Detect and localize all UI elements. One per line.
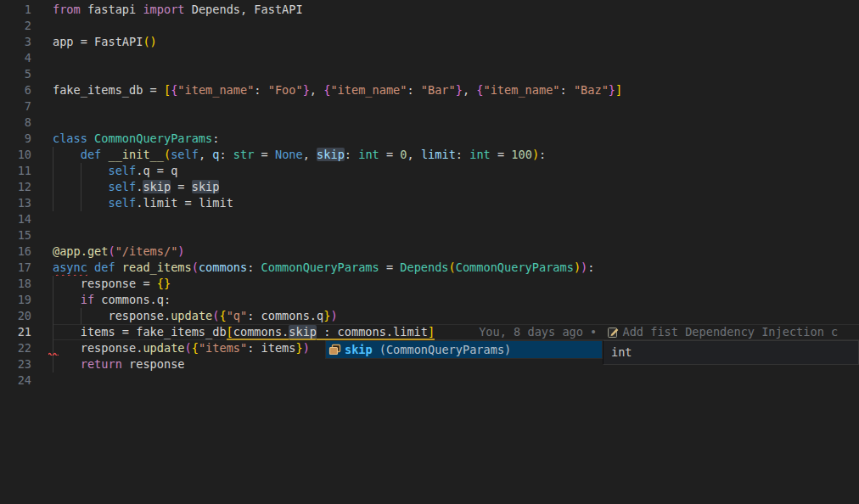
line-number[interactable]: 15 [0, 227, 31, 244]
code-token[interactable]: skip [289, 325, 317, 340]
line-number[interactable]: 10 [0, 147, 31, 163]
code-content[interactable]: self.skip = skip [53, 179, 859, 195]
code-token[interactable]: 100 [511, 148, 532, 161]
code-token[interactable]: : [219, 148, 233, 161]
code-token[interactable]: self [171, 148, 199, 161]
code-token[interactable]: ) [303, 341, 310, 355]
code-content[interactable] [53, 98, 859, 115]
line-number[interactable]: 22 [0, 340, 31, 356]
code-token[interactable]: ) [574, 260, 581, 274]
code-token[interactable]: } [303, 83, 310, 97]
line-number[interactable]: 20 [0, 308, 31, 324]
code-token[interactable]: "Foo" [268, 83, 303, 97]
code-content[interactable]: items = fake_items_db[commons.skip : com… [53, 324, 859, 340]
code-content[interactable]: fake_items_db = [{"item_name": "Foo"}, {… [53, 82, 859, 98]
code-token[interactable] [115, 260, 122, 274]
code-token[interactable]: response. [53, 309, 171, 322]
line-number[interactable]: 11 [0, 163, 31, 179]
line-number[interactable]: 21 [0, 324, 31, 340]
code-token[interactable]: : [345, 148, 358, 161]
code-token[interactable]: "item_name" [483, 83, 559, 97]
code-token[interactable]: fake_items_db = [53, 83, 164, 97]
code-token[interactable]: ( [192, 260, 199, 274]
code-token[interactable]: ( [185, 341, 192, 355]
code-token[interactable]: "/items/" [115, 244, 178, 258]
code-token[interactable]: : [539, 148, 546, 161]
code-token[interactable]: = [171, 180, 192, 193]
line-number[interactable]: 5 [0, 66, 31, 82]
line-number[interactable]: 4 [0, 50, 31, 66]
code-content[interactable] [53, 115, 859, 131]
line-number[interactable]: 18 [0, 276, 31, 292]
code-content[interactable] [53, 18, 859, 34]
code-token[interactable]: ] [615, 83, 622, 97]
code-token[interactable]: skip [192, 180, 220, 193]
code-token[interactable]: ) [330, 309, 337, 322]
code-token[interactable]: app = FastAPI [53, 35, 143, 48]
code-content[interactable] [53, 211, 859, 227]
line-number[interactable]: 2 [0, 18, 31, 34]
code-token[interactable]: Depends [400, 260, 448, 274]
code-token[interactable]: ( [108, 244, 115, 258]
code-content[interactable]: self.q = q [53, 163, 859, 179]
code-token[interactable] [101, 148, 108, 161]
code-token[interactable]: : [456, 148, 469, 161]
code-token[interactable]: items = fake_items_db [53, 325, 227, 339]
code-token[interactable]: "item_name" [330, 83, 407, 97]
code-token[interactable]: return [81, 357, 122, 371]
code-token[interactable]: self [108, 180, 136, 193]
code-token[interactable]: self [108, 164, 136, 177]
line-number[interactable]: 24 [0, 372, 31, 389]
code-token[interactable]: update [143, 341, 184, 355]
line-number[interactable]: 1 [0, 2, 31, 18]
code-token[interactable] [53, 148, 81, 161]
line-number[interactable]: 17 [0, 260, 31, 276]
code-token[interactable]: commons.q [261, 309, 324, 322]
code-token[interactable] [87, 260, 94, 274]
code-token[interactable]: "q" [227, 309, 248, 322]
code-content[interactable] [53, 66, 859, 82]
code-content[interactable]: class CommonQueryParams: [53, 131, 859, 147]
code-token[interactable]: response = [53, 277, 157, 290]
code-token[interactable]: from [53, 3, 81, 16]
code-token[interactable]: import [143, 3, 184, 16]
code-token[interactable]: : [247, 341, 261, 355]
code-token[interactable]: .q = q [136, 164, 177, 177]
line-number[interactable]: 3 [0, 34, 31, 50]
code-token[interactable]: : [247, 309, 261, 322]
code-content[interactable]: @app.get("/items/") [53, 244, 859, 260]
code-token[interactable]: if [81, 293, 94, 306]
code-token[interactable]: { [219, 309, 226, 322]
code-token[interactable]: response. [53, 341, 143, 355]
code-token[interactable]: [ [164, 83, 171, 97]
code-token[interactable]: = [254, 148, 275, 161]
code-token[interactable]: [ [227, 325, 233, 340]
line-number[interactable]: 16 [0, 244, 31, 260]
code-token[interactable]: update [171, 309, 212, 322]
code-token[interactable]: response [122, 357, 185, 371]
code-token[interactable]: CommonQueryParams [456, 260, 574, 274]
code-token[interactable]: Depends, FastAPI [185, 3, 303, 16]
code-token[interactable]: skip [143, 180, 171, 193]
code-token[interactable]: ( [164, 148, 171, 161]
code-token[interactable]: ) [532, 148, 539, 161]
code-token[interactable]: = [379, 260, 401, 274]
code-token[interactable]: "items" [199, 341, 247, 355]
code-content[interactable] [53, 50, 859, 66]
code-token[interactable]: 0 [400, 148, 407, 161]
code-token[interactable]: {} [157, 277, 171, 290]
code-content[interactable] [53, 372, 859, 389]
code-token[interactable]: } [295, 341, 302, 355]
code-token[interactable]: int [469, 148, 491, 161]
code-token[interactable]: int [358, 148, 379, 161]
code-token[interactable]: , [303, 148, 317, 161]
git-blame-annotation[interactable]: You, 8 days ago • Add fist Dependency In… [479, 325, 838, 339]
code-token[interactable]: : [407, 83, 420, 97]
code-token[interactable]: ] [428, 325, 435, 340]
line-number[interactable]: 8 [0, 115, 31, 131]
code-token[interactable]: : [247, 260, 261, 274]
code-content[interactable]: def __init__(self, q: str = None, skip: … [53, 147, 859, 163]
code-content[interactable] [53, 227, 859, 244]
code-editor[interactable]: 1from fastapi import Depends, FastAPI23a… [0, 0, 859, 504]
code-token[interactable]: , [463, 83, 476, 97]
